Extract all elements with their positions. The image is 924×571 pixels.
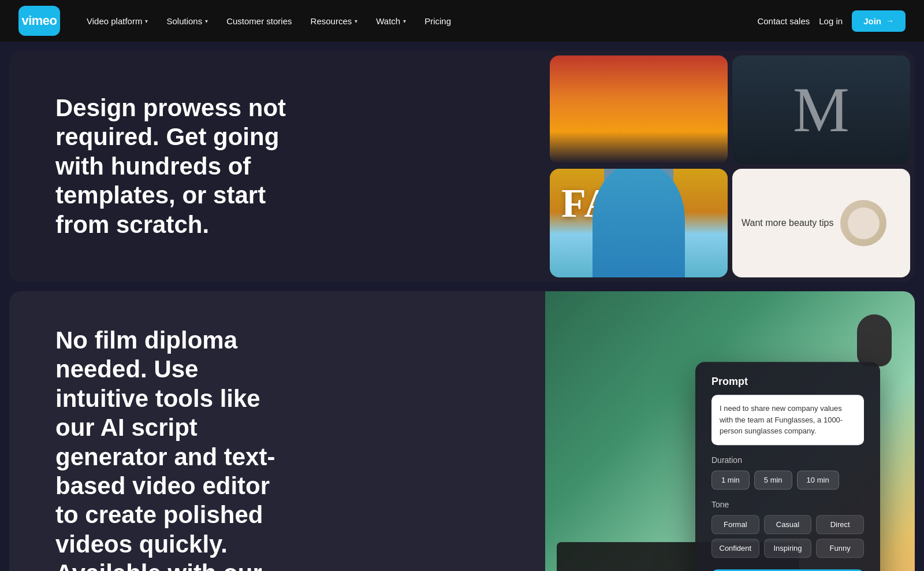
navbar: vimeo Video platform ▾ Solutions ▾ Custo… xyxy=(0,0,924,42)
prompt-text: I need to share new company values with … xyxy=(720,403,856,437)
vimeo-logo-text: vimeo xyxy=(21,13,57,28)
nav-item-video-platform[interactable]: Video platform ▾ xyxy=(79,12,156,31)
chevron-down-icon: ▾ xyxy=(145,18,148,24)
templates-section: Design prowess not required. Get going w… xyxy=(9,51,915,282)
ai-tools-section: No film diploma needed. Use intuitive to… xyxy=(9,291,915,571)
tone-confident-button[interactable]: Confident xyxy=(711,539,759,558)
nav-links: Video platform ▾ Solutions ▾ Customer st… xyxy=(79,12,757,31)
section1-visual: M FALL Want more beauty tips xyxy=(545,51,915,282)
contact-sales-link[interactable]: Contact sales xyxy=(757,16,810,26)
prompt-box[interactable]: I need to share new company values with … xyxy=(711,395,864,445)
tone-label: Tone xyxy=(711,500,864,509)
nav-item-pricing[interactable]: Pricing xyxy=(416,12,459,31)
tone-direct-button[interactable]: Direct xyxy=(816,515,864,534)
tone-casual-button[interactable]: Casual xyxy=(764,515,812,534)
person-figure xyxy=(593,169,685,277)
chevron-down-icon: ▾ xyxy=(403,18,406,24)
beauty-product xyxy=(840,200,886,246)
duration-10min-button[interactable]: 10 min xyxy=(797,470,839,490)
duration-buttons: 1 min 5 min 10 min xyxy=(711,470,864,490)
tone-inspiring-button[interactable]: Inspiring xyxy=(764,539,812,558)
login-link[interactable]: Log in xyxy=(819,16,843,26)
join-button[interactable]: Join → xyxy=(852,10,906,32)
ai-prompt-card: Prompt I need to share new company value… xyxy=(695,362,880,571)
fall-card: FALL xyxy=(550,169,728,277)
section1-text: Design prowess not required. Get going w… xyxy=(9,59,333,274)
prompt-label: Prompt xyxy=(711,376,864,388)
chevron-down-icon: ▾ xyxy=(355,18,357,24)
beauty-card: Want more beauty tips xyxy=(732,169,910,277)
arrow-right-icon: → xyxy=(886,16,894,25)
tone-grid: Formal Casual Direct Confident Inspiring… xyxy=(711,515,864,558)
chevron-down-icon: ▾ xyxy=(205,18,208,24)
person-m-card: M xyxy=(732,55,910,164)
big-m-letter: M xyxy=(793,73,850,147)
section2-text: No film diploma needed. Use intuitive to… xyxy=(9,291,333,571)
nav-item-customer-stories[interactable]: Customer stories xyxy=(218,12,300,31)
mouse-object xyxy=(857,314,892,366)
nav-right: Contact sales Log in Join → xyxy=(757,10,906,32)
duration-label: Duration xyxy=(711,455,864,465)
beauty-text: Want more beauty tips xyxy=(742,217,833,229)
nav-item-solutions[interactable]: Solutions ▾ xyxy=(158,12,216,31)
tone-formal-button[interactable]: Formal xyxy=(711,515,759,534)
vimeo-logo[interactable]: vimeo xyxy=(18,6,60,36)
duration-5min-button[interactable]: 5 min xyxy=(754,470,792,490)
product-circle xyxy=(848,207,880,239)
tone-funny-button[interactable]: Funny xyxy=(816,539,864,558)
section1-title: Design prowess not required. Get going w… xyxy=(55,94,286,239)
nav-item-resources[interactable]: Resources ▾ xyxy=(303,12,366,31)
nav-item-watch[interactable]: Watch ▾ xyxy=(368,12,414,31)
duration-1min-button[interactable]: 1 min xyxy=(711,470,750,490)
section2-title: No film diploma needed. Use intuitive to… xyxy=(55,326,286,571)
sunset-card xyxy=(550,55,728,164)
